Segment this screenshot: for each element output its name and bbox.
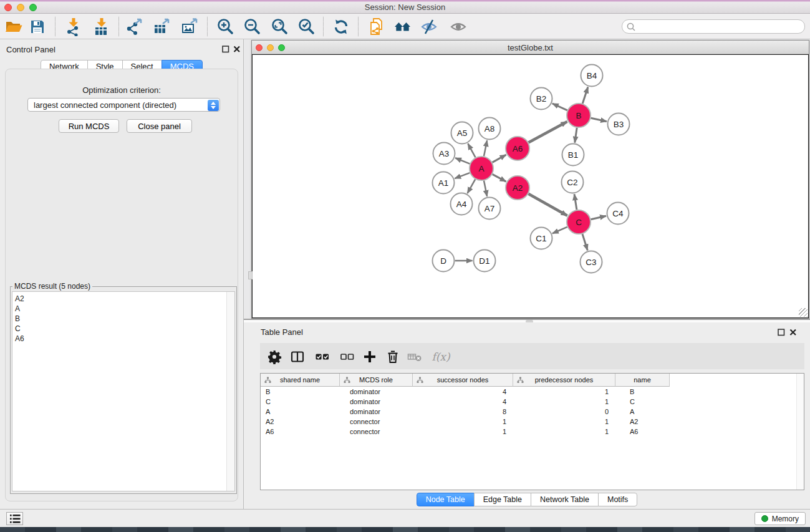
table-cell[interactable]: dominator (340, 387, 413, 397)
zoom-in-icon[interactable] (215, 16, 236, 37)
float-panel-icon[interactable] (222, 46, 229, 53)
table-row[interactable]: Adominator80A (261, 407, 804, 417)
table-cell[interactable]: 1 (513, 417, 615, 427)
graph-node-B1[interactable]: B1 (562, 144, 584, 166)
graph-node-A1[interactable]: A1 (433, 172, 455, 194)
show-graphics-details-icon[interactable] (448, 16, 469, 37)
table-row[interactable]: Cdominator41C (261, 397, 804, 407)
column-header-MCDS-role[interactable]: MCDS role (340, 374, 413, 387)
table-cell[interactable]: 1 (413, 417, 513, 427)
table-cell[interactable]: 1 (413, 427, 513, 437)
graph-edge-A-A1[interactable] (455, 173, 470, 178)
tab-motifs[interactable]: Motifs (598, 493, 637, 506)
add-row-icon[interactable] (360, 347, 379, 366)
export-table-icon[interactable] (151, 16, 172, 37)
resize-grip-icon[interactable] (799, 308, 808, 317)
table-row[interactable]: A2connector11A2 (261, 417, 804, 427)
close-panel-icon[interactable] (233, 46, 241, 53)
graph-edge-A2-C[interactable] (528, 194, 567, 216)
result-list-item[interactable]: C (12, 324, 234, 334)
graph-edge-C-C2[interactable] (574, 194, 577, 210)
graph-edge-A-A6[interactable] (493, 155, 506, 162)
table-cell[interactable]: dominator (340, 407, 413, 417)
graph-node-D1[interactable]: D1 (474, 250, 496, 272)
table-cell[interactable]: 4 (413, 397, 513, 407)
graph-node-C3[interactable]: C3 (581, 251, 602, 273)
network-window-titlebar[interactable]: testGlobe.txt (252, 41, 809, 54)
criterion-select[interactable]: largest connected component (directed) (27, 98, 220, 112)
result-list-item[interactable]: B (12, 314, 234, 324)
table-cell[interactable]: A6 (261, 427, 340, 437)
graph-edge-B-B1[interactable] (575, 128, 577, 143)
graph-node-A3[interactable]: A3 (433, 143, 455, 165)
delete-row-icon[interactable] (383, 347, 402, 366)
open-session-icon[interactable] (3, 16, 24, 37)
export-image-icon[interactable] (179, 16, 200, 37)
table-cell[interactable]: B (261, 387, 340, 397)
graph-edge-C-C4[interactable] (591, 216, 606, 219)
graph-edge-A6-B[interactable] (529, 122, 567, 142)
graph-node-C4[interactable]: C4 (607, 203, 629, 225)
refresh-icon[interactable] (330, 16, 352, 37)
select-all-checkboxes-icon[interactable] (313, 347, 332, 366)
tab-node-table[interactable]: Node Table (417, 493, 475, 506)
graph-edge-C-C3[interactable] (582, 234, 587, 250)
graph-edge-B-B4[interactable] (582, 87, 588, 104)
close-panel-button[interactable]: Close panel (127, 119, 192, 133)
table-cell[interactable]: 1 (513, 397, 615, 407)
column-header-name[interactable]: name (615, 374, 670, 387)
graph-edge-B-B3[interactable] (591, 118, 607, 122)
graph-edge-A-A2[interactable] (493, 174, 506, 181)
zoom-out-icon[interactable] (241, 16, 263, 37)
graph-node-A6[interactable]: A6 (506, 137, 529, 160)
table-cell[interactable]: 8 (413, 407, 513, 417)
graph-node-A8[interactable]: A8 (479, 118, 501, 140)
task-history-button[interactable] (6, 512, 23, 525)
reset-view-icon[interactable] (392, 16, 413, 37)
tab-edge-table[interactable]: Edge Table (474, 493, 531, 506)
new-network-from-selection-icon[interactable] (367, 16, 388, 37)
graph-node-B3[interactable]: B3 (608, 114, 630, 135)
graph-node-B4[interactable]: B4 (581, 65, 603, 87)
table-cell[interactable]: 0 (513, 407, 615, 417)
table-row[interactable]: A6connector11A6 (261, 427, 804, 437)
split-panel-icon[interactable] (288, 347, 307, 366)
result-list-item[interactable]: A (12, 304, 234, 314)
result-scrollbar[interactable] (226, 292, 234, 491)
table-cell[interactable]: C (261, 397, 340, 407)
table-cell[interactable]: C (615, 397, 670, 407)
graph-edge-A-A5[interactable] (468, 143, 475, 157)
graph-node-A[interactable]: A (470, 157, 493, 180)
column-header-successor-nodes[interactable]: successor nodes (413, 374, 513, 387)
graph-node-B[interactable]: B (567, 104, 591, 127)
graph-node-A4[interactable]: A4 (451, 193, 473, 215)
table-cell[interactable]: connector (340, 427, 413, 437)
save-session-icon[interactable] (27, 16, 48, 37)
graph-node-A2[interactable]: A2 (506, 176, 529, 200)
table-row[interactable]: Bdominator41B (261, 387, 804, 397)
table-cell[interactable]: A (261, 407, 340, 417)
frame-edge-handle[interactable] (248, 271, 253, 279)
float-table-panel-icon[interactable] (778, 329, 785, 336)
table-cell[interactable]: A2 (261, 417, 340, 427)
search-input[interactable] (637, 21, 799, 32)
tab-network-table[interactable]: Network Table (531, 493, 599, 506)
import-network-icon[interactable] (63, 16, 84, 37)
hide-graphics-details-icon[interactable] (418, 16, 440, 37)
deselect-all-checkboxes-icon[interactable] (338, 347, 357, 366)
graph-edge-C-C1[interactable] (552, 227, 567, 233)
table-cell[interactable]: dominator (340, 397, 413, 407)
table-cell[interactable]: 1 (513, 427, 615, 437)
zoom-selected-icon[interactable] (296, 16, 317, 37)
run-mcds-button[interactable]: Run MCDS (59, 119, 119, 133)
graph-node-C1[interactable]: C1 (531, 228, 552, 249)
result-list-item[interactable]: A2 (12, 294, 234, 304)
graph-edge-B-B2[interactable] (552, 104, 567, 110)
network-canvas[interactable]: AA1A2A3A4A5A6A7A8BB1B2B3B4CC1C2C3C4DD1 (252, 54, 809, 318)
column-header-shared-name[interactable]: shared name (261, 374, 340, 387)
graph-node-A7[interactable]: A7 (479, 198, 501, 220)
result-list-item[interactable]: A6 (12, 334, 234, 344)
graph-node-B2[interactable]: B2 (531, 88, 552, 110)
graph-node-A5[interactable]: A5 (451, 122, 473, 144)
table-cell[interactable]: A2 (615, 417, 670, 427)
